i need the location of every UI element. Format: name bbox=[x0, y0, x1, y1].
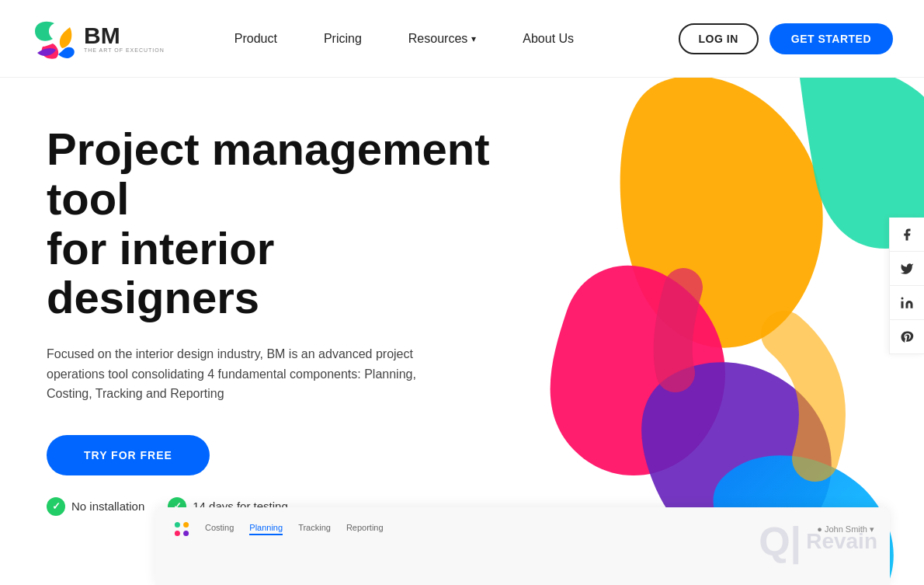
navbar: BM THE ART OF EXECUTION Product Pricing … bbox=[0, 0, 924, 78]
facebook-icon[interactable] bbox=[890, 218, 924, 252]
login-button[interactable]: LOG IN bbox=[679, 23, 759, 54]
nav-links: Product Pricing Resources ▾ About Us bbox=[211, 32, 679, 46]
try-free-button[interactable]: TRY FOR FREE bbox=[47, 435, 210, 475]
nav-product[interactable]: Product bbox=[211, 32, 300, 46]
chevron-down-icon: ▾ bbox=[471, 33, 476, 44]
hero-title: Project management tool for interior des… bbox=[47, 124, 497, 322]
preview-logo-icon bbox=[171, 518, 193, 540]
social-sidebar bbox=[889, 218, 924, 354]
pinterest-icon[interactable] bbox=[890, 320, 924, 354]
get-started-button[interactable]: GET STARTED bbox=[769, 23, 893, 54]
logo-tagline: THE ART OF EXECUTION bbox=[84, 47, 165, 53]
preview-nav-reporting[interactable]: Reporting bbox=[346, 523, 384, 535]
logo[interactable]: BM THE ART OF EXECUTION bbox=[31, 16, 165, 62]
nav-about[interactable]: About Us bbox=[499, 32, 597, 46]
hero-section: Project management tool for interior des… bbox=[0, 78, 924, 585]
logo-text: BM THE ART OF EXECUTION bbox=[84, 24, 165, 53]
linkedin-icon[interactable] bbox=[890, 286, 924, 320]
svg-point-1 bbox=[175, 522, 180, 528]
preview-nav: Costing Planning Tracking Reporting bbox=[205, 523, 384, 535]
check-icon-1: ✓ bbox=[47, 497, 65, 516]
revain-label: Revain bbox=[806, 529, 877, 554]
logo-bm: BM bbox=[84, 24, 165, 47]
hero-content: Project management tool for interior des… bbox=[47, 124, 497, 516]
preview-nav-tracking[interactable]: Tracking bbox=[298, 523, 331, 535]
feature-no-install-label: No installation bbox=[71, 500, 144, 513]
feature-no-install: ✓ No installation bbox=[47, 497, 144, 516]
svg-point-0 bbox=[901, 297, 904, 299]
hero-description: Focused on the interior design industry,… bbox=[47, 344, 435, 404]
svg-point-2 bbox=[183, 522, 189, 528]
nav-pricing[interactable]: Pricing bbox=[300, 32, 385, 46]
svg-point-3 bbox=[175, 531, 180, 536]
svg-point-4 bbox=[183, 531, 189, 536]
nav-resources[interactable]: Resources ▾ bbox=[385, 32, 499, 46]
revain-symbol: Q| bbox=[759, 521, 801, 562]
preview-nav-planning[interactable]: Planning bbox=[249, 523, 283, 535]
logo-icon bbox=[31, 16, 78, 62]
twitter-icon[interactable] bbox=[890, 252, 924, 286]
revain-watermark: Q| Revain bbox=[759, 521, 877, 562]
preview-nav-costing[interactable]: Costing bbox=[205, 523, 234, 535]
nav-actions: LOG IN GET STARTED bbox=[679, 23, 893, 54]
